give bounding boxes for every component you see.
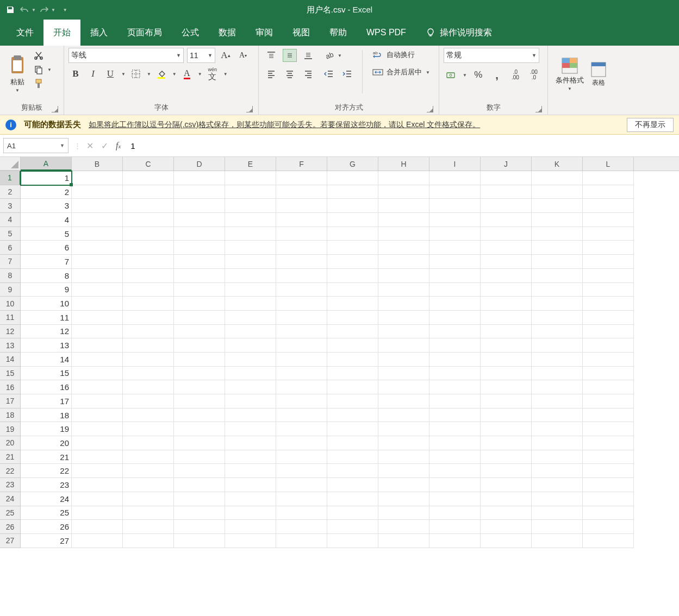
cell[interactable] [532,325,583,339]
cell[interactable] [276,464,327,478]
cell[interactable] [481,311,532,325]
align-bottom-button[interactable] [301,49,315,62]
cell[interactable] [72,185,123,199]
cell[interactable] [174,408,225,423]
cell[interactable] [583,297,634,311]
cell[interactable] [532,199,583,213]
row-header[interactable]: 6 [0,241,21,255]
cell[interactable]: 6 [21,241,72,255]
cell[interactable] [327,520,378,534]
cell[interactable] [481,380,532,394]
cell[interactable] [225,408,276,423]
bold-button[interactable]: B [68,67,83,80]
cell[interactable] [174,534,225,548]
cell[interactable] [378,311,429,325]
row-header[interactable]: 21 [0,450,21,464]
cell[interactable] [532,241,583,255]
cell[interactable]: 15 [21,367,72,381]
cell[interactable] [174,520,225,534]
cell[interactable] [327,534,378,548]
cell[interactable] [429,408,481,423]
cell[interactable] [123,338,174,353]
cell[interactable] [327,464,378,478]
increase-indent-button[interactable] [340,67,354,80]
cell[interactable] [276,450,327,464]
cell[interactable] [378,269,429,283]
tell-me[interactable]: 操作说明搜索 [416,20,502,46]
cell[interactable] [378,367,429,381]
cell[interactable]: 12 [21,325,72,339]
row-header[interactable]: 12 [0,325,21,339]
cell[interactable] [532,255,583,269]
cell[interactable] [481,241,532,255]
row-header[interactable]: 20 [0,436,21,450]
formula-input[interactable] [126,139,676,153]
cell[interactable] [174,283,225,297]
cell[interactable] [72,478,123,492]
cell[interactable] [481,436,532,450]
cell[interactable] [429,367,481,381]
cell[interactable] [532,185,583,199]
cell[interactable] [174,436,225,450]
row-header[interactable]: 8 [0,269,21,283]
cell[interactable] [123,394,174,408]
cell[interactable] [481,353,532,367]
cell[interactable] [481,255,532,269]
cell[interactable] [583,199,634,213]
cell[interactable] [276,227,327,241]
cell[interactable] [532,338,583,353]
cancel-icon[interactable]: ✕ [86,141,94,151]
row-header[interactable]: 24 [0,492,21,506]
chevron-down-icon[interactable]: ▼ [198,72,202,77]
cell[interactable] [327,199,378,213]
row-header[interactable]: 11 [0,311,21,325]
cell[interactable]: 8 [21,269,72,283]
cell[interactable] [583,450,634,464]
cell[interactable] [378,394,429,408]
dismiss-button[interactable]: 不再显示 [627,118,674,132]
cell[interactable] [532,534,583,548]
cell[interactable] [583,408,634,423]
align-left-button[interactable] [264,67,278,80]
cell[interactable] [276,311,327,325]
column-header[interactable]: G [327,157,378,171]
column-header[interactable]: L [583,157,634,171]
qat-customize-icon[interactable]: ▼ [63,8,67,12]
cell[interactable] [327,422,378,436]
cell[interactable] [123,408,174,423]
align-top-button[interactable] [264,49,278,62]
row-header[interactable]: 27 [0,534,21,548]
cell[interactable] [532,478,583,492]
cell[interactable] [225,171,276,185]
cell[interactable] [583,464,634,478]
cell[interactable] [481,534,532,548]
percent-button[interactable]: % [471,68,485,81]
orientation-button[interactable]: ab [322,49,336,62]
cell[interactable] [225,520,276,534]
cell[interactable] [72,380,123,394]
cell[interactable] [276,422,327,436]
tab-review[interactable]: 审阅 [246,20,283,46]
column-header[interactable]: E [225,157,276,171]
cell[interactable] [429,478,481,492]
cell[interactable] [583,353,634,367]
cell[interactable] [327,450,378,464]
cell[interactable] [276,436,327,450]
cell[interactable] [327,478,378,492]
cell[interactable] [174,450,225,464]
row-header[interactable]: 1 [0,171,21,185]
cell[interactable] [72,255,123,269]
align-middle-button[interactable] [283,49,297,62]
cell[interactable] [276,171,327,185]
cell[interactable] [276,408,327,423]
cell[interactable] [532,227,583,241]
cell[interactable] [276,520,327,534]
cell[interactable] [378,506,429,520]
copy-button[interactable] [32,63,46,76]
cell[interactable] [583,478,634,492]
cell[interactable] [276,367,327,381]
cell[interactable] [481,171,532,185]
cell[interactable]: 14 [21,353,72,367]
cell[interactable] [481,283,532,297]
cell[interactable] [378,353,429,367]
